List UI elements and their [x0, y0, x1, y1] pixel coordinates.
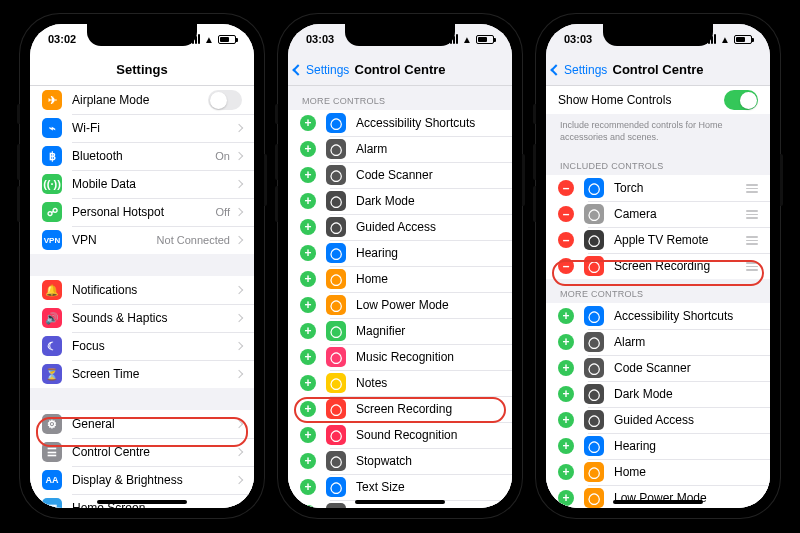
- drag-handle-icon[interactable]: [744, 236, 758, 245]
- airplane-icon: ✈: [42, 90, 62, 110]
- row-notifications[interactable]: 🔔 Notifications: [30, 276, 254, 304]
- add-button[interactable]: +: [300, 271, 316, 287]
- control-row[interactable]: +◯Text Size: [288, 474, 512, 500]
- remove-button[interactable]: –: [558, 258, 574, 274]
- row-wifi[interactable]: ⌁ Wi-Fi: [30, 114, 254, 142]
- control-row[interactable]: –◯Torch: [546, 175, 770, 201]
- control-row[interactable]: +◯Sound Recognition: [288, 422, 512, 448]
- add-button[interactable]: +: [300, 401, 316, 417]
- drag-handle-icon[interactable]: [744, 262, 758, 271]
- add-button[interactable]: +: [558, 386, 574, 402]
- control-icon: ◯: [326, 451, 346, 471]
- add-button[interactable]: +: [558, 334, 574, 350]
- phone-settings: 03:02 ▲ Settings ✈ Airplane Mode ⌁ Wi-Fi: [20, 14, 264, 518]
- row-bluetooth[interactable]: ฿ Bluetooth On: [30, 142, 254, 170]
- section-included: INCLUDED CONTROLS: [546, 151, 770, 175]
- show-home-toggle[interactable]: [724, 90, 758, 110]
- control-row[interactable]: +◯Guided Access: [546, 407, 770, 433]
- control-row[interactable]: +◯Dark Mode: [288, 188, 512, 214]
- add-button[interactable]: +: [300, 323, 316, 339]
- control-row[interactable]: –◯Apple TV Remote: [546, 227, 770, 253]
- add-button[interactable]: +: [558, 412, 574, 428]
- control-row[interactable]: +◯Accessibility Shortcuts: [546, 303, 770, 329]
- add-button[interactable]: +: [558, 464, 574, 480]
- control-label: Dark Mode: [614, 387, 758, 401]
- row-general[interactable]: ⚙ General: [30, 410, 254, 438]
- control-row[interactable]: +◯Dark Mode: [546, 381, 770, 407]
- control-row[interactable]: +◯Hearing: [546, 433, 770, 459]
- control-icon: ◯: [584, 488, 604, 508]
- home-indicator[interactable]: [97, 500, 187, 504]
- settings-list[interactable]: ✈ Airplane Mode ⌁ Wi-Fi ฿ Bluetooth On (…: [30, 86, 254, 508]
- add-button[interactable]: +: [558, 438, 574, 454]
- back-button[interactable]: Settings: [294, 54, 349, 85]
- control-row[interactable]: +◯Home: [288, 266, 512, 292]
- control-row[interactable]: +◯Stopwatch: [288, 448, 512, 474]
- control-row[interactable]: +◯Low Power Mode: [288, 292, 512, 318]
- control-row[interactable]: +◯Code Scanner: [288, 162, 512, 188]
- add-button[interactable]: +: [558, 308, 574, 324]
- row-sounds[interactable]: 🔊 Sounds & Haptics: [30, 304, 254, 332]
- wifi-icon: ▲: [204, 34, 214, 45]
- add-button[interactable]: +: [300, 453, 316, 469]
- chevron-right-icon: [235, 420, 243, 428]
- remove-button[interactable]: –: [558, 232, 574, 248]
- home-indicator[interactable]: [355, 500, 445, 504]
- control-row[interactable]: –◯Camera: [546, 201, 770, 227]
- remove-button[interactable]: –: [558, 180, 574, 196]
- control-row[interactable]: +◯Home: [546, 459, 770, 485]
- airplane-toggle[interactable]: [208, 90, 242, 110]
- add-button[interactable]: +: [558, 490, 574, 506]
- row-display[interactable]: AA Display & Brightness: [30, 466, 254, 494]
- row-control-centre[interactable]: ☰ Control Centre: [30, 438, 254, 466]
- control-row[interactable]: +◯Alarm: [288, 136, 512, 162]
- add-button[interactable]: +: [558, 360, 574, 376]
- control-row[interactable]: +◯Music Recognition: [288, 344, 512, 370]
- add-button[interactable]: +: [300, 349, 316, 365]
- control-row[interactable]: +◯Notes: [288, 370, 512, 396]
- control-label: Low Power Mode: [356, 298, 500, 312]
- add-button[interactable]: +: [300, 375, 316, 391]
- add-button[interactable]: +: [300, 297, 316, 313]
- add-button[interactable]: +: [300, 141, 316, 157]
- control-row[interactable]: +◯Code Scanner: [546, 355, 770, 381]
- row-airplane[interactable]: ✈ Airplane Mode: [30, 86, 254, 114]
- drag-handle-icon[interactable]: [744, 210, 758, 219]
- row-screentime[interactable]: ⏳ Screen Time: [30, 360, 254, 388]
- add-button[interactable]: +: [300, 505, 316, 508]
- battery-icon: [734, 35, 752, 44]
- control-row[interactable]: +◯Screen Recording: [288, 396, 512, 422]
- row-mobile[interactable]: ((·)) Mobile Data: [30, 170, 254, 198]
- home-indicator[interactable]: [613, 500, 703, 504]
- control-row[interactable]: –◯Screen Recording: [546, 253, 770, 279]
- remove-button[interactable]: –: [558, 206, 574, 222]
- row-focus[interactable]: ☾ Focus: [30, 332, 254, 360]
- switches-icon: ☰: [42, 442, 62, 462]
- controls-list[interactable]: MORE CONTROLS +◯Accessibility Shortcuts+…: [288, 86, 512, 508]
- control-label: Apple TV Remote: [614, 233, 744, 247]
- add-button[interactable]: +: [300, 427, 316, 443]
- back-button[interactable]: Settings: [552, 54, 607, 85]
- row-show-home[interactable]: Show Home Controls: [546, 86, 770, 114]
- add-button[interactable]: +: [300, 167, 316, 183]
- control-row[interactable]: +◯Guided Access: [288, 214, 512, 240]
- drag-handle-icon[interactable]: [744, 184, 758, 193]
- control-row[interactable]: +◯Low Power Mode: [546, 485, 770, 508]
- add-button[interactable]: +: [300, 219, 316, 235]
- control-row[interactable]: +◯Accessibility Shortcuts: [288, 110, 512, 136]
- add-button[interactable]: +: [300, 479, 316, 495]
- row-hotspot[interactable]: ☍ Personal Hotspot Off: [30, 198, 254, 226]
- control-icon: ◯: [584, 384, 604, 404]
- add-button[interactable]: +: [300, 245, 316, 261]
- antenna-icon: ((·)): [42, 174, 62, 194]
- chevron-right-icon: [235, 504, 243, 508]
- control-row[interactable]: +◯Magnifier: [288, 318, 512, 344]
- controls-list[interactable]: Show Home Controls Include recommended c…: [546, 86, 770, 508]
- add-button[interactable]: +: [300, 193, 316, 209]
- add-button[interactable]: +: [300, 115, 316, 131]
- control-row[interactable]: +◯Hearing: [288, 240, 512, 266]
- row-vpn[interactable]: VPN VPN Not Connected: [30, 226, 254, 254]
- bluetooth-icon: ฿: [42, 146, 62, 166]
- control-label: Timer: [356, 506, 500, 508]
- control-row[interactable]: +◯Alarm: [546, 329, 770, 355]
